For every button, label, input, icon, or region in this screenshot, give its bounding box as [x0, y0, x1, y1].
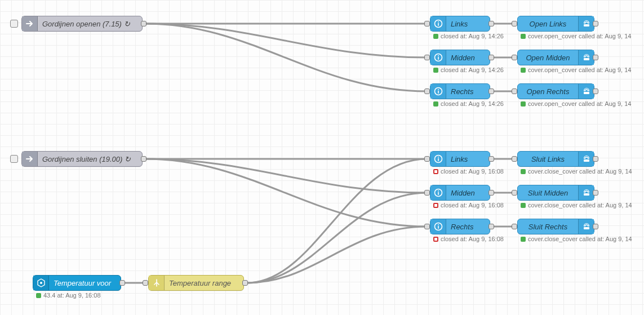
action-close-midden-node[interactable]: Sluit Midden — [517, 185, 594, 201]
input-port[interactable] — [512, 190, 517, 196]
status-text: closed at: Aug 9, 16:08 — [433, 236, 504, 242]
node-label: Rechts — [446, 87, 490, 96]
node-label: Sluit Links — [518, 155, 578, 163]
status-dot-icon — [521, 34, 526, 39]
input-port[interactable] — [512, 88, 517, 94]
inject-close-label: Gordijnen sluiten (19.00) ↻ — [38, 155, 142, 163]
antenna-icon — [578, 152, 594, 166]
status-text: closed at: Aug 9, 14:26 — [433, 100, 504, 107]
action-open-links-node[interactable]: Open Links — [517, 16, 594, 32]
node-label: Open Midden — [518, 54, 578, 62]
output-port[interactable] — [593, 55, 598, 60]
output-port[interactable] — [593, 190, 598, 196]
output-port[interactable] — [119, 280, 125, 286]
input-port[interactable] — [512, 156, 517, 162]
status-dot-icon — [433, 203, 438, 208]
switch-icon — [149, 276, 165, 290]
inject-open-node[interactable]: Gordijnen openen (7.15) ↻ — [21, 16, 143, 32]
status-text: cover.open_cover called at: Aug 9, 14 — [521, 66, 631, 73]
node-label: Rechts — [446, 223, 490, 231]
antenna-icon — [578, 84, 594, 99]
node-label: Temperatuur voor — [49, 279, 121, 287]
status-dot-icon — [521, 203, 526, 208]
status-text: 43.4 at: Aug 9, 16:08 — [36, 292, 101, 299]
status-dot-icon — [521, 169, 526, 174]
status-text: closed at: Aug 9, 14:26 — [433, 33, 504, 39]
input-port[interactable] — [143, 280, 148, 286]
status-dot-icon — [521, 68, 526, 73]
action-open-midden-node[interactable]: Open Midden — [517, 50, 594, 65]
status-dot-icon — [521, 101, 526, 107]
info-icon — [430, 84, 446, 99]
antenna-icon — [578, 16, 594, 31]
info-icon — [430, 50, 446, 65]
antenna-icon — [578, 219, 594, 234]
output-port[interactable] — [488, 224, 494, 229]
node-label: Sluit Midden — [518, 189, 578, 197]
inject-open-trigger-button[interactable] — [10, 20, 18, 28]
status-text: cover.close_cover called at: Aug 9, 14 — [521, 168, 632, 175]
inject-close-node[interactable]: Gordijnen sluiten (19.00) ↻ — [21, 151, 143, 167]
info-icon — [430, 185, 446, 200]
node-label: Midden — [446, 189, 490, 197]
state-open-midden-node[interactable]: Midden — [430, 50, 490, 65]
state-close-rechts-node[interactable]: Rechts — [430, 219, 490, 234]
status-dot-icon — [433, 68, 438, 73]
output-port[interactable] — [488, 190, 494, 196]
input-port[interactable] — [424, 88, 430, 94]
info-icon — [430, 219, 446, 234]
input-port[interactable] — [512, 55, 517, 60]
node-label: Links — [446, 20, 490, 28]
arrow-right-icon — [22, 152, 38, 166]
output-port[interactable] — [593, 88, 598, 94]
output-port[interactable] — [593, 156, 598, 162]
input-port[interactable] — [424, 55, 430, 60]
state-close-links-node[interactable]: Links — [430, 151, 490, 167]
info-icon — [430, 152, 446, 166]
output-port[interactable] — [488, 88, 494, 94]
action-close-rechts-node[interactable]: Sluit Rechts — [517, 219, 594, 234]
output-port[interactable] — [141, 156, 146, 162]
temp-sensor-node[interactable]: Temperatuur voor — [33, 275, 121, 291]
state-open-links-node[interactable]: Links — [430, 16, 490, 32]
output-port[interactable] — [488, 156, 494, 162]
input-port[interactable] — [424, 224, 430, 229]
status-dot-icon — [433, 34, 438, 39]
node-label: Open Links — [518, 20, 578, 28]
node-label: Links — [446, 155, 490, 163]
inject-open-label: Gordijnen openen (7.15) ↻ — [38, 20, 142, 28]
node-label: Temperatuur range — [165, 279, 243, 287]
input-port[interactable] — [424, 190, 430, 196]
status-text: cover.close_cover called at: Aug 9, 14 — [521, 202, 632, 208]
node-label: Midden — [446, 54, 490, 62]
status-text: closed at: Aug 9, 16:08 — [433, 168, 504, 175]
node-label: Sluit Rechts — [518, 223, 578, 231]
output-port[interactable] — [488, 55, 494, 60]
input-port[interactable] — [512, 224, 517, 229]
status-dot-icon — [433, 169, 438, 174]
output-port[interactable] — [593, 224, 598, 229]
status-dot-icon — [433, 101, 438, 107]
status-text: cover.close_cover called at: Aug 9, 14 — [521, 236, 632, 242]
output-port[interactable] — [242, 280, 248, 286]
state-open-rechts-node[interactable]: Rechts — [430, 83, 490, 99]
output-port[interactable] — [593, 21, 598, 26]
input-port[interactable] — [424, 156, 430, 162]
inject-close-trigger-button[interactable] — [10, 155, 18, 163]
antenna-icon — [578, 50, 594, 65]
input-port[interactable] — [424, 21, 430, 26]
status-text: cover.open_cover called at: Aug 9, 14 — [521, 33, 631, 39]
state-close-midden-node[interactable]: Midden — [430, 185, 490, 201]
action-open-rechts-node[interactable]: Open Rechts — [517, 83, 594, 99]
node-label: Open Rechts — [518, 87, 578, 96]
output-port[interactable] — [141, 21, 146, 26]
action-close-links-node[interactable]: Sluit Links — [517, 151, 594, 167]
status-dot-icon — [433, 237, 438, 242]
input-port[interactable] — [512, 21, 517, 26]
temp-range-node[interactable]: Temperatuur range — [148, 275, 244, 291]
arrow-right-icon — [22, 16, 38, 31]
output-port[interactable] — [488, 21, 494, 26]
antenna-icon — [578, 185, 594, 200]
hexagon-icon — [33, 276, 49, 290]
status-text: cover.open_cover called at: Aug 9, 14 — [521, 100, 631, 107]
